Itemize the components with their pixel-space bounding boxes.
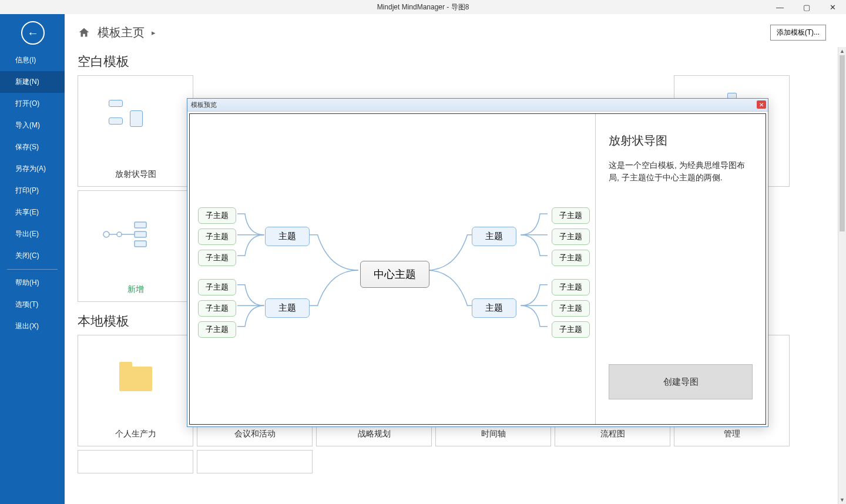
- svg-rect-8: [135, 222, 146, 228]
- scroll-down-icon[interactable]: ▼: [838, 496, 846, 504]
- app-title: Mindjet MindManager - 导图8: [377, 2, 469, 12]
- topic-node: 主题: [472, 227, 516, 246]
- template-tile-radial[interactable]: 放射状导图: [78, 75, 193, 187]
- sidebar-item-options[interactable]: 选项(T): [0, 294, 65, 315]
- dialog-titlebar[interactable]: 模板预览 ✕: [187, 99, 768, 112]
- sidebar-item-help[interactable]: 帮助(H): [0, 272, 65, 294]
- sidebar-item-info[interactable]: 信息(I): [0, 49, 65, 71]
- breadcrumb-home[interactable]: 模板主页: [98, 25, 145, 41]
- chevron-right-icon: ▸: [152, 28, 156, 37]
- folder-icon: [119, 367, 152, 391]
- timeline-preview-icon: [95, 208, 177, 261]
- arrow-left-icon: ←: [27, 26, 39, 40]
- subtopic-node: 子主题: [198, 279, 236, 295]
- maximize-button[interactable]: ▢: [793, 0, 820, 14]
- folder-tile[interactable]: [78, 450, 193, 473]
- dialog-title: 模板预览: [191, 100, 217, 109]
- sidebar-divider: [7, 269, 58, 270]
- center-topic-node: 中心主题: [360, 261, 429, 288]
- template-preview-dialog: 模板预览 ✕: [187, 98, 768, 427]
- scrollbar-thumb[interactable]: [840, 55, 845, 231]
- sidebar-item-share[interactable]: 共享(E): [0, 201, 65, 223]
- subtopic-node: 子主题: [198, 300, 236, 317]
- folder-tile-productivity[interactable]: 个人生产力: [78, 335, 193, 446]
- section-title-blank: 空白模板: [78, 53, 825, 70]
- add-template-button[interactable]: 添加模板(T)...: [770, 25, 826, 41]
- create-map-button[interactable]: 创建导图: [609, 364, 753, 399]
- subtopic-node: 子主题: [552, 229, 590, 245]
- subtopic-node: 子主题: [552, 321, 590, 338]
- subtopic-node: 子主题: [552, 300, 590, 317]
- back-button[interactable]: ←: [21, 21, 45, 45]
- template-tile-new[interactable]: 新增: [78, 190, 193, 302]
- subtopic-node: 子主题: [552, 250, 590, 266]
- sidebar-item-exit[interactable]: 退出(X): [0, 315, 65, 337]
- diagram-preview: 中心主题 主题 主题 主题 主题 子主题 子主题 子主题 子主题 子主题 子主题…: [190, 114, 595, 424]
- titlebar: Mindjet MindManager - 导图8 — ▢ ✕: [0, 0, 846, 14]
- breadcrumb: 模板主页 ▸: [65, 14, 846, 46]
- svg-point-4: [103, 231, 109, 237]
- sidebar-item-saveas[interactable]: 另存为(A): [0, 158, 65, 180]
- minimize-button[interactable]: —: [767, 0, 793, 14]
- template-name: 放射状导图: [609, 133, 753, 149]
- sidebar-item-print[interactable]: 打印(P): [0, 180, 65, 201]
- dialog-close-button[interactable]: ✕: [757, 100, 766, 109]
- folder-tile[interactable]: [197, 450, 313, 473]
- backstage-sidebar: ← 信息(I) 新建(N) 打开(O) 导入(M) 保存(S) 另存为(A) 打…: [0, 14, 65, 504]
- subtopic-node: 子主题: [198, 321, 236, 338]
- scroll-up-icon[interactable]: ▲: [838, 47, 846, 55]
- close-button[interactable]: ✕: [820, 0, 846, 14]
- topic-node: 主题: [265, 227, 310, 246]
- dialog-info-pane: 放射状导图 这是一个空白模板, 为经典思维导图布局, 子主题位于中心主题的两侧.…: [595, 114, 766, 424]
- template-description: 这是一个空白模板, 为经典思维导图布局, 子主题位于中心主题的两侧.: [609, 159, 753, 184]
- subtopic-node: 子主题: [552, 279, 590, 295]
- subtopic-node: 子主题: [198, 229, 236, 245]
- subtopic-node: 子主题: [198, 207, 236, 224]
- radial-preview-icon: [95, 93, 177, 146]
- vertical-scrollbar[interactable]: ▲ ▼: [838, 47, 846, 504]
- sidebar-item-save[interactable]: 保存(S): [0, 136, 65, 158]
- sidebar-item-new[interactable]: 新建(N): [0, 71, 65, 93]
- svg-rect-9: [135, 231, 146, 237]
- sidebar-item-close[interactable]: 关闭(C): [0, 245, 65, 267]
- sidebar-item-export[interactable]: 导出(E): [0, 223, 65, 245]
- topic-node: 主题: [265, 298, 310, 318]
- topic-node: 主题: [472, 298, 516, 318]
- svg-rect-10: [135, 241, 146, 247]
- svg-point-5: [117, 232, 122, 237]
- subtopic-node: 子主题: [198, 250, 236, 266]
- sidebar-item-open[interactable]: 打开(O): [0, 93, 65, 115]
- subtopic-node: 子主题: [552, 207, 590, 224]
- sidebar-item-import[interactable]: 导入(M): [0, 115, 65, 136]
- home-icon[interactable]: [78, 26, 90, 39]
